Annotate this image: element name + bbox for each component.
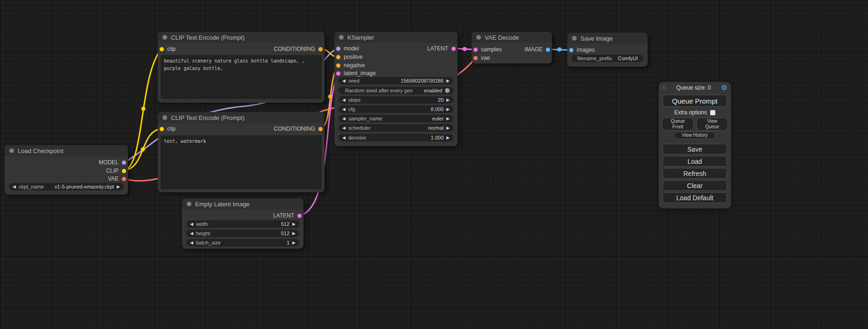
toggle-knob-icon[interactable]	[445, 88, 450, 93]
input-slot-model: model	[336, 44, 359, 53]
output-port-latent[interactable]	[297, 214, 302, 218]
node-header[interactable]: Load Checkpoint	[5, 145, 128, 156]
collapse-toggle-icon[interactable]	[476, 35, 481, 40]
input-slot-negative: negative	[336, 61, 365, 70]
output-port-vae[interactable]	[122, 177, 126, 181]
width-widget[interactable]: ◀ width 512 ▶	[186, 220, 299, 228]
increment-arrow-icon[interactable]: ▶	[446, 107, 450, 112]
batch-size-widget[interactable]: ◀ batch_size 1 ▶	[186, 239, 299, 246]
node-vae-decode[interactable]: VAE Decode samples IMAGE vae	[472, 32, 552, 63]
increment-arrow-icon[interactable]: ▶	[292, 231, 296, 236]
collapse-toggle-icon[interactable]	[162, 115, 167, 120]
output-slot-clip: CLIP	[106, 167, 126, 175]
increment-arrow-icon[interactable]: ▶	[446, 98, 450, 102]
prompt-textarea[interactable]: beautiful scenery nature glass bottle la…	[161, 55, 322, 99]
input-port-vae[interactable]	[473, 56, 478, 60]
node-save-image[interactable]: Save Image images filename_prefix ComfyU…	[567, 33, 648, 67]
widget-label: steps	[348, 97, 360, 103]
decrement-arrow-icon[interactable]: ◀	[190, 241, 193, 245]
random-seed-toggle[interactable]: Random seed after every gen enabled	[339, 87, 453, 94]
increment-arrow-icon[interactable]: ▶	[446, 117, 450, 121]
node-header[interactable]: Empty Latent Image	[182, 198, 303, 210]
save-button[interactable]: Save	[663, 144, 727, 154]
ckpt-name-widget[interactable]: ◀ ckpt_name v1-5-pruned-emaonly.ckpt ▶	[9, 183, 124, 190]
decrement-arrow-icon[interactable]: ◀	[190, 222, 193, 226]
extra-options-row: Extra options	[659, 108, 731, 117]
drag-handle-icon[interactable]: ⠿	[662, 85, 666, 91]
input-port-latent-image[interactable]	[336, 71, 340, 76]
queue-prompt-button[interactable]: Queue Prompt	[663, 95, 727, 107]
increment-arrow-icon[interactable]: ▶	[446, 79, 450, 83]
node-clip-text-encode-positive[interactable]: CLIP Text Encode (Prompt) clip CONDITION…	[158, 32, 325, 103]
queue-front-button[interactable]: Queue Front	[662, 118, 694, 131]
extra-options-checkbox[interactable]	[710, 110, 715, 115]
collapse-toggle-icon[interactable]	[572, 36, 577, 41]
decrement-arrow-icon[interactable]: ◀	[342, 98, 346, 102]
node-header[interactable]: KSampler	[334, 32, 458, 43]
widget-value: 512	[281, 231, 289, 236]
input-label: samples	[481, 46, 502, 53]
denoise-widget[interactable]: ◀ denoise 1.000 ▶	[339, 134, 453, 141]
input-port-samples[interactable]	[473, 48, 478, 52]
steps-widget[interactable]: ◀ steps 20 ▶	[339, 96, 453, 104]
output-slot-conditioning: CONDITIONING	[274, 125, 323, 133]
seed-widget[interactable]: ◀ seed 156680208700286 ▶	[339, 77, 453, 84]
node-header[interactable]: VAE Decode	[472, 32, 552, 43]
increment-arrow-icon[interactable]: ▶	[292, 222, 296, 226]
output-label: LATENT	[273, 212, 294, 219]
collapse-toggle-icon[interactable]	[9, 148, 14, 153]
widget-label: ckpt_name	[19, 184, 44, 189]
height-widget[interactable]: ◀ height 512 ▶	[186, 230, 299, 237]
decrement-arrow-icon[interactable]: ◀	[13, 185, 16, 189]
input-port-negative[interactable]	[336, 63, 340, 68]
decrement-arrow-icon[interactable]: ◀	[342, 79, 346, 83]
filename-prefix-widget[interactable]: filename_prefix ComfyUI	[572, 55, 643, 62]
prompt-textarea[interactable]: text, watermark	[161, 135, 322, 189]
input-port-model[interactable]	[336, 47, 340, 51]
increment-arrow-icon[interactable]: ▶	[292, 241, 296, 245]
node-empty-latent-image[interactable]: Empty Latent Image LATENT ◀ width 512 ▶ …	[182, 198, 303, 249]
increment-arrow-icon[interactable]: ▶	[446, 136, 450, 140]
collapse-toggle-icon[interactable]	[162, 35, 167, 40]
node-clip-text-encode-negative[interactable]: CLIP Text Encode (Prompt) clip CONDITION…	[158, 112, 325, 192]
clear-button[interactable]: Clear	[663, 180, 727, 191]
output-port-conditioning[interactable]	[318, 47, 323, 51]
settings-gear-icon[interactable]: ⚙	[721, 84, 727, 92]
widget-label: batch_size	[196, 240, 221, 245]
node-header[interactable]: CLIP Text Encode (Prompt)	[158, 112, 325, 123]
decrement-arrow-icon[interactable]: ◀	[342, 136, 346, 140]
increment-arrow-icon[interactable]: ▶	[117, 185, 120, 189]
output-label: CONDITIONING	[274, 126, 315, 132]
collapse-toggle-icon[interactable]	[187, 202, 191, 206]
input-port-images[interactable]	[569, 48, 573, 52]
refresh-button[interactable]: Refresh	[663, 168, 727, 179]
decrement-arrow-icon[interactable]: ◀	[342, 107, 346, 112]
decrement-arrow-icon[interactable]: ◀	[190, 231, 193, 236]
input-port-clip[interactable]	[160, 47, 164, 51]
output-port-image[interactable]	[546, 48, 550, 52]
load-default-button[interactable]: Load Default	[663, 192, 727, 203]
node-ksampler[interactable]: KSampler model LATENT positive negative …	[334, 32, 458, 146]
input-slot-clip: clip	[160, 125, 176, 133]
input-port-positive[interactable]	[336, 55, 340, 59]
output-port-clip[interactable]	[122, 169, 126, 173]
collapse-toggle-icon[interactable]	[339, 35, 344, 40]
cfg-widget[interactable]: ◀ cfg 8.000 ▶	[339, 105, 453, 113]
output-port-model[interactable]	[122, 161, 126, 165]
input-port-clip[interactable]	[160, 127, 164, 131]
node-header[interactable]: Save Image	[567, 33, 648, 44]
view-queue-button[interactable]: View Queue	[696, 118, 728, 131]
view-history-button[interactable]: View History	[674, 132, 715, 139]
decrement-arrow-icon[interactable]: ◀	[342, 126, 346, 130]
output-port-latent[interactable]	[452, 47, 456, 51]
input-label: vae	[481, 55, 490, 61]
scheduler-widget[interactable]: ◀ scheduler normal ▶	[339, 124, 453, 132]
increment-arrow-icon[interactable]: ▶	[446, 126, 450, 130]
decrement-arrow-icon[interactable]: ◀	[342, 117, 346, 121]
sampler-name-widget[interactable]: ◀ sampler_name euler ▶	[339, 115, 453, 122]
load-button[interactable]: Load	[663, 156, 727, 167]
node-load-checkpoint[interactable]: Load Checkpoint MODEL CLIP VAE ◀ ckpt_na…	[5, 145, 128, 195]
node-header[interactable]: CLIP Text Encode (Prompt)	[158, 32, 325, 43]
output-label: CLIP	[106, 168, 119, 174]
output-port-conditioning[interactable]	[318, 127, 323, 131]
